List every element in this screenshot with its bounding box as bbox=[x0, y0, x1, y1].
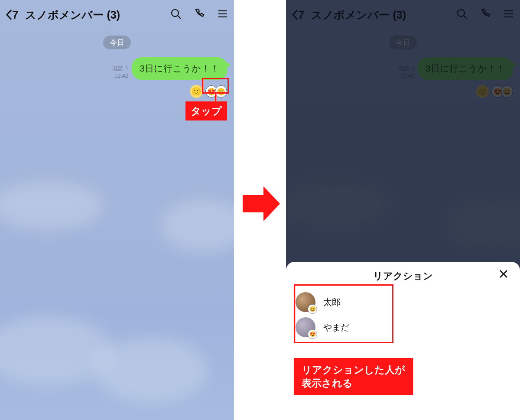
screenshot-right: 7 スノボメンバー (3) 今日 既読 1 12:42 3日に行こうか！！ 🙂 bbox=[286, 0, 520, 420]
annotation-tap-label: タップ bbox=[185, 101, 227, 120]
close-icon bbox=[498, 269, 509, 279]
add-reaction-button[interactable]: 🙂 bbox=[190, 85, 203, 98]
message-meta: 既読 1 12:42 bbox=[112, 65, 128, 80]
back-button[interactable]: 7 bbox=[5, 8, 18, 22]
unread-count: 7 bbox=[12, 8, 18, 22]
menu-icon bbox=[217, 8, 229, 20]
svg-line-1 bbox=[178, 16, 181, 19]
call-button[interactable] bbox=[193, 8, 205, 22]
phone-icon bbox=[193, 8, 205, 20]
transition-arrow-icon bbox=[243, 186, 280, 221]
close-button[interactable] bbox=[498, 269, 509, 281]
screenshot-left: 7 スノボメンバー (3) 今日 既読 1 12:42 3日に行こうか！！ 🙂 bbox=[0, 0, 234, 420]
message-bubble[interactable]: 3日に行こうか！！ bbox=[132, 57, 227, 80]
search-icon bbox=[170, 8, 182, 20]
search-button[interactable] bbox=[170, 8, 182, 22]
annotation-explain-label: リアクションした人が 表示される bbox=[294, 358, 413, 395]
annotation-highlight-reactions bbox=[202, 78, 229, 94]
annotation-highlight-userlist bbox=[294, 284, 393, 343]
read-status: 既読 1 bbox=[112, 65, 128, 72]
chat-header: 7 スノボメンバー (3) bbox=[0, 0, 234, 29]
message-time: 12:42 bbox=[112, 72, 128, 80]
menu-button[interactable] bbox=[217, 8, 229, 22]
sheet-title: リアクション bbox=[373, 270, 433, 281]
date-separator: 今日 bbox=[103, 36, 131, 49]
annotation-connector bbox=[215, 94, 216, 101]
svg-point-0 bbox=[172, 10, 179, 16]
chat-title: スノボメンバー (3) bbox=[25, 8, 120, 22]
